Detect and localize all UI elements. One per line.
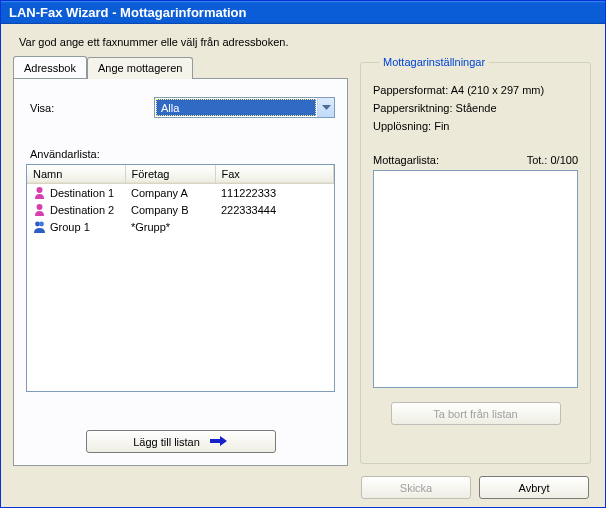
person-icon bbox=[33, 203, 46, 216]
content-area: Var god ange ett faxnummer elle välj frå… bbox=[1, 24, 605, 507]
visa-row: Visa: Alla bbox=[26, 97, 335, 118]
send-label: Skicka bbox=[400, 482, 432, 494]
tab-body-adressbok: Visa: Alla Användarlista: bbox=[13, 78, 348, 466]
left-panel: Adressbok Ange mottageren Visa: Alla bbox=[13, 56, 348, 466]
svg-point-1 bbox=[37, 204, 43, 210]
cell-fax: 111222333 bbox=[215, 184, 334, 202]
col-company[interactable]: Företag bbox=[125, 165, 215, 184]
table-row[interactable]: Destination 2 Company B 222333444 bbox=[27, 201, 334, 218]
userlist-label: Användarlista: bbox=[30, 148, 335, 160]
cell-name: Group 1 bbox=[50, 221, 90, 233]
orientation-label: Pappersriktning: bbox=[373, 102, 453, 114]
orientation-line: Pappersriktning: Stående bbox=[373, 102, 578, 114]
window: LAN-Fax Wizard - Mottagarinformation Var… bbox=[0, 0, 606, 508]
table-header-row: Namn Företag Fax bbox=[27, 165, 334, 184]
svg-point-3 bbox=[39, 222, 44, 227]
tab-adressbok[interactable]: Adressbok bbox=[13, 56, 87, 78]
settings-group: Mottagarinställningar Pappersformat: A4 … bbox=[360, 56, 591, 464]
add-button-row: Lägg till listan bbox=[14, 430, 347, 453]
paper-format-label: Pappersformat: bbox=[373, 84, 448, 96]
chevron-down-icon[interactable] bbox=[317, 98, 334, 117]
paper-format-value: A4 (210 x 297 mm) bbox=[451, 84, 545, 96]
recipient-list-label: Mottagarlista: bbox=[373, 154, 439, 166]
resolution-line: Upplösning: Fin bbox=[373, 120, 578, 132]
titlebar: LAN-Fax Wizard - Mottagarinformation bbox=[1, 1, 605, 24]
recipient-total: Tot.: 0/100 bbox=[527, 154, 578, 166]
remove-from-list-button[interactable]: Ta bort från listan bbox=[391, 402, 561, 425]
visa-label: Visa: bbox=[26, 102, 146, 114]
arrow-right-icon bbox=[210, 435, 228, 449]
remove-button-row: Ta bort från listan bbox=[373, 402, 578, 425]
add-button-label: Lägg till listan bbox=[133, 436, 200, 448]
remove-button-label: Ta bort från listan bbox=[433, 408, 517, 420]
main-row: Adressbok Ange mottageren Visa: Alla bbox=[13, 56, 593, 466]
group-icon bbox=[33, 220, 46, 233]
settings-legend: Mottagarinställningar bbox=[379, 56, 489, 68]
cell-company: *Grupp* bbox=[125, 218, 215, 235]
visa-select[interactable]: Alla bbox=[154, 97, 335, 118]
col-fax[interactable]: Fax bbox=[215, 165, 334, 184]
userlist-table[interactable]: Namn Företag Fax bbox=[26, 164, 335, 392]
cell-fax: 222333444 bbox=[215, 201, 334, 218]
svg-point-0 bbox=[37, 187, 43, 193]
paper-format-line: Pappersformat: A4 (210 x 297 mm) bbox=[373, 84, 578, 96]
window-title: LAN-Fax Wizard - Mottagarinformation bbox=[9, 5, 247, 20]
instruction-text: Var god ange ett faxnummer elle välj frå… bbox=[19, 36, 593, 48]
table-row[interactable]: Group 1 *Grupp* bbox=[27, 218, 334, 235]
bottom-button-row: Skicka Avbryt bbox=[13, 466, 593, 499]
resolution-value: Fin bbox=[434, 120, 449, 132]
visa-selected-value: Alla bbox=[156, 99, 316, 116]
orientation-value: Stående bbox=[456, 102, 497, 114]
recipient-listbox[interactable] bbox=[373, 170, 578, 388]
cell-fax bbox=[215, 218, 334, 235]
right-panel: Mottagarinställningar Pappersformat: A4 … bbox=[358, 56, 593, 466]
tab-strip: Adressbok Ange mottageren bbox=[13, 56, 348, 78]
tab-ange-mottageren[interactable]: Ange mottageren bbox=[87, 57, 193, 79]
table-row[interactable]: Destination 1 Company A 111222333 bbox=[27, 184, 334, 202]
resolution-label: Upplösning: bbox=[373, 120, 431, 132]
cell-company: Company B bbox=[125, 201, 215, 218]
person-icon bbox=[33, 186, 46, 199]
add-to-list-button[interactable]: Lägg till listan bbox=[86, 430, 276, 453]
cell-name: Destination 1 bbox=[50, 187, 114, 199]
tab-label: Ange mottageren bbox=[98, 62, 182, 74]
recipient-list-header: Mottagarlista: Tot.: 0/100 bbox=[373, 154, 578, 166]
cancel-button[interactable]: Avbryt bbox=[479, 476, 589, 499]
cell-name: Destination 2 bbox=[50, 204, 114, 216]
cancel-label: Avbryt bbox=[519, 482, 550, 494]
send-button[interactable]: Skicka bbox=[361, 476, 471, 499]
col-name[interactable]: Namn bbox=[27, 165, 125, 184]
tab-label: Adressbok bbox=[24, 62, 76, 74]
cell-company: Company A bbox=[125, 184, 215, 202]
